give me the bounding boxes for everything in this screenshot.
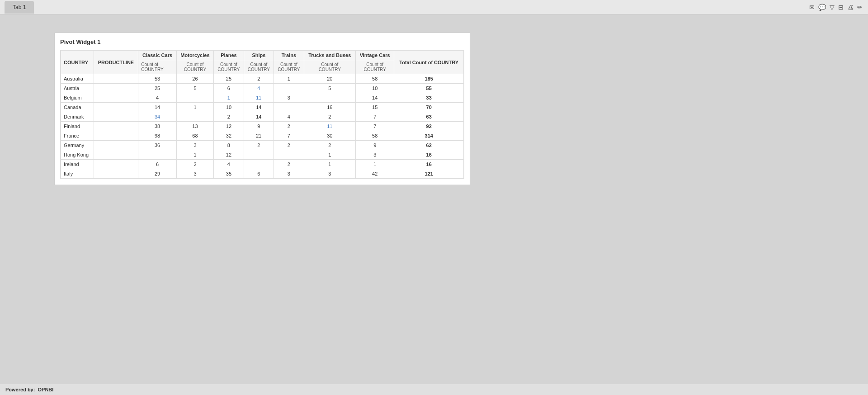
vintage-cars-header: Vintage Cars xyxy=(355,51,394,60)
trains-cell: 4 xyxy=(274,112,304,122)
trains-cell: 2 xyxy=(274,160,304,169)
productline-cell xyxy=(94,141,138,150)
footer-brand-name: OPNBI xyxy=(38,387,54,392)
total-cell: 185 xyxy=(394,74,464,84)
ships-cell: 4 xyxy=(244,84,274,93)
motorcycles-cell xyxy=(176,93,213,103)
classic_cars-cell: 14 xyxy=(138,103,176,112)
print-icon[interactable]: 🖨 xyxy=(847,4,854,11)
vintage_cars-cell: 58 xyxy=(355,74,394,84)
trains-cell: 2 xyxy=(274,122,304,131)
vintage_cars-cell: 3 xyxy=(355,150,394,160)
table-row: Austria2556451055 xyxy=(61,84,464,93)
productline-header: PRODUCTLINE xyxy=(94,51,138,74)
country-cell: Austria xyxy=(61,84,94,93)
planes-header: Planes xyxy=(214,51,244,60)
total-cell: 63 xyxy=(394,112,464,122)
classic_cars-cell: 25 xyxy=(138,84,176,93)
edit-icon[interactable]: ✏ xyxy=(857,4,863,11)
trucks-buses-sub: Count ofCOUNTRY xyxy=(304,60,355,74)
trucks_buses-cell: 1 xyxy=(304,150,355,160)
trains-cell: 3 xyxy=(274,93,304,103)
motorcycles-cell: 26 xyxy=(176,74,213,84)
productline-cell xyxy=(94,74,138,84)
trucks_buses-cell: 3 xyxy=(304,169,355,179)
vintage_cars-cell: 7 xyxy=(355,122,394,131)
vintage_cars-cell: 15 xyxy=(355,103,394,112)
table-row: France9868322173058314 xyxy=(61,131,464,141)
trucks_buses-cell: 30 xyxy=(304,131,355,141)
planes-cell: 12 xyxy=(214,122,244,131)
vintage-cars-sub: Count ofCOUNTRY xyxy=(355,60,394,74)
country-cell: Italy xyxy=(61,169,94,179)
comment-icon[interactable]: 💬 xyxy=(818,4,826,11)
crop-icon[interactable]: ⊟ xyxy=(838,4,844,11)
vintage_cars-cell: 9 xyxy=(355,141,394,150)
trucks-buses-header: Trucks and Buses xyxy=(304,51,355,60)
table-wrapper[interactable]: COUNTRY PRODUCTLINE Classic Cars Motorcy… xyxy=(60,50,464,179)
planes-cell: 8 xyxy=(214,141,244,150)
pivot-table: COUNTRY PRODUCTLINE Classic Cars Motorcy… xyxy=(61,50,464,179)
vintage_cars-cell: 42 xyxy=(355,169,394,179)
classic_cars-cell: 6 xyxy=(138,160,176,169)
email-icon[interactable]: ✉ xyxy=(809,4,815,11)
motorcycles-cell: 3 xyxy=(176,169,213,179)
toolbar-icons: ✉ 💬 ▽ ⊟ 🖨 ✏ xyxy=(809,4,863,11)
trucks_buses-cell: 16 xyxy=(304,103,355,112)
main-content: Pivot Widget 1 COUNTRY PRODUCTLINE Class… xyxy=(0,14,868,185)
trucks_buses-cell: 2 xyxy=(304,141,355,150)
classic_cars-cell: 36 xyxy=(138,141,176,150)
productline-cell xyxy=(94,84,138,93)
total-cell: 55 xyxy=(394,84,464,93)
motorcycles-sub: Count ofCOUNTRY xyxy=(176,60,213,74)
country-cell: Germany xyxy=(61,141,94,150)
classic_cars-cell: 4 xyxy=(138,93,176,103)
ships-cell xyxy=(244,150,274,160)
table-row: Italy2933563342121 xyxy=(61,169,464,179)
pivot-widget-container: Pivot Widget 1 COUNTRY PRODUCTLINE Class… xyxy=(54,33,470,185)
tab-1[interactable]: Tab 1 xyxy=(5,1,34,14)
country-cell: Finland xyxy=(61,122,94,131)
ships-cell: 21 xyxy=(244,131,274,141)
trucks_buses-cell: 20 xyxy=(304,74,355,84)
classic_cars-cell: 53 xyxy=(138,74,176,84)
vintage_cars-cell: 10 xyxy=(355,84,394,93)
ships-cell: 11 xyxy=(244,93,274,103)
planes-cell: 1 xyxy=(214,93,244,103)
footer-text: Powered by: OPNBI xyxy=(5,387,53,392)
productline-cell xyxy=(94,169,138,179)
header-row-1: COUNTRY PRODUCTLINE Classic Cars Motorcy… xyxy=(61,51,464,60)
motorcycles-cell: 3 xyxy=(176,141,213,150)
vintage_cars-cell: 58 xyxy=(355,131,394,141)
motorcycles-cell xyxy=(176,112,213,122)
trains-header: Trains xyxy=(274,51,304,60)
total-cell: 16 xyxy=(394,160,464,169)
trucks_buses-cell: 1 xyxy=(304,160,355,169)
table-row: Canada1411014161570 xyxy=(61,103,464,112)
footer: Powered by: OPNBI xyxy=(0,384,868,395)
trains-cell: 7 xyxy=(274,131,304,141)
motorcycles-cell: 2 xyxy=(176,160,213,169)
motorcycles-header: Motorcycles xyxy=(176,51,213,60)
country-cell: Hong Kong xyxy=(61,150,94,160)
ships-cell: 2 xyxy=(244,141,274,150)
productline-cell xyxy=(94,103,138,112)
planes-cell: 2 xyxy=(214,112,244,122)
classic_cars-cell: 34 xyxy=(138,112,176,122)
productline-cell xyxy=(94,150,138,160)
widget-title: Pivot Widget 1 xyxy=(60,38,464,45)
total-header: Total Count of COUNTRY xyxy=(394,51,464,74)
ships-cell: 6 xyxy=(244,169,274,179)
motorcycles-cell: 68 xyxy=(176,131,213,141)
total-cell: 70 xyxy=(394,103,464,112)
productline-cell xyxy=(94,112,138,122)
total-cell: 92 xyxy=(394,122,464,131)
classic-cars-header: Classic Cars xyxy=(138,51,176,60)
planes-cell: 6 xyxy=(214,84,244,93)
country-cell: Ireland xyxy=(61,160,94,169)
planes-cell: 10 xyxy=(214,103,244,112)
planes-cell: 25 xyxy=(214,74,244,84)
top-bar: Tab 1 ✉ 💬 ▽ ⊟ 🖨 ✏ xyxy=(0,0,868,14)
filter-icon[interactable]: ▽ xyxy=(830,4,835,11)
table-row: Hong Kong1121316 xyxy=(61,150,464,160)
